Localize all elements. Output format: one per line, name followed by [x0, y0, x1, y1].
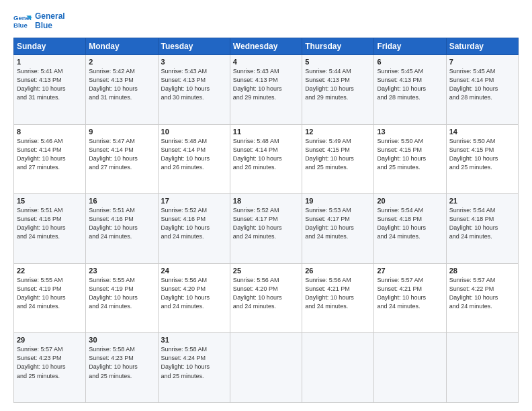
day-header-sunday: Sunday	[14, 38, 86, 55]
day-number: 28	[449, 267, 515, 275]
calendar-week-row: 15Sunrise: 5:51 AM Sunset: 4:16 PM Dayli…	[14, 194, 519, 264]
day-header-thursday: Thursday	[302, 38, 374, 55]
calendar-day-cell: 13Sunrise: 5:50 AM Sunset: 4:15 PM Dayli…	[374, 124, 446, 194]
day-info: Sunrise: 5:43 AM Sunset: 4:13 PM Dayligh…	[161, 67, 227, 102]
calendar-day-cell: 14Sunrise: 5:50 AM Sunset: 4:15 PM Dayli…	[446, 124, 518, 194]
calendar-day-cell: 23Sunrise: 5:55 AM Sunset: 4:19 PM Dayli…	[86, 263, 158, 333]
day-number: 23	[89, 267, 154, 275]
calendar-day-cell: 31Sunrise: 5:58 AM Sunset: 4:24 PM Dayli…	[158, 333, 230, 403]
calendar-day-cell: 2Sunrise: 5:42 AM Sunset: 4:13 PM Daylig…	[86, 55, 158, 125]
day-number: 29	[17, 336, 83, 344]
calendar-empty-cell	[446, 333, 518, 403]
day-info: Sunrise: 5:54 AM Sunset: 4:18 PM Dayligh…	[377, 206, 443, 241]
day-info: Sunrise: 5:44 AM Sunset: 4:13 PM Dayligh…	[305, 67, 371, 102]
day-info: Sunrise: 5:57 AM Sunset: 4:23 PM Dayligh…	[17, 345, 83, 380]
day-number: 12	[305, 128, 371, 136]
logo-text: GeneralBlue	[35, 12, 65, 31]
calendar-day-cell: 10Sunrise: 5:48 AM Sunset: 4:14 PM Dayli…	[158, 124, 230, 194]
day-number: 1	[17, 58, 83, 66]
calendar-day-cell: 22Sunrise: 5:55 AM Sunset: 4:19 PM Dayli…	[14, 263, 86, 333]
day-number: 6	[377, 58, 443, 66]
day-number: 26	[305, 267, 371, 275]
day-info: Sunrise: 5:51 AM Sunset: 4:16 PM Dayligh…	[17, 206, 83, 241]
day-info: Sunrise: 5:50 AM Sunset: 4:15 PM Dayligh…	[449, 137, 515, 172]
day-info: Sunrise: 5:54 AM Sunset: 4:18 PM Dayligh…	[449, 206, 515, 241]
day-header-tuesday: Tuesday	[158, 38, 230, 55]
calendar-header-row: SundayMondayTuesdayWednesdayThursdayFrid…	[14, 38, 519, 55]
calendar-day-cell: 25Sunrise: 5:56 AM Sunset: 4:20 PM Dayli…	[230, 263, 302, 333]
calendar-day-cell: 5Sunrise: 5:44 AM Sunset: 4:13 PM Daylig…	[302, 55, 374, 125]
logo-icon: General Blue	[13, 12, 32, 31]
day-number: 30	[89, 336, 154, 344]
calendar-day-cell: 11Sunrise: 5:48 AM Sunset: 4:14 PM Dayli…	[230, 124, 302, 194]
calendar-day-cell: 15Sunrise: 5:51 AM Sunset: 4:16 PM Dayli…	[14, 194, 86, 264]
calendar: SundayMondayTuesdayWednesdayThursdayFrid…	[13, 38, 519, 403]
calendar-day-cell: 17Sunrise: 5:52 AM Sunset: 4:16 PM Dayli…	[158, 194, 230, 264]
day-info: Sunrise: 5:42 AM Sunset: 4:13 PM Dayligh…	[89, 67, 154, 102]
day-info: Sunrise: 5:49 AM Sunset: 4:15 PM Dayligh…	[305, 137, 371, 172]
calendar-day-cell: 6Sunrise: 5:45 AM Sunset: 4:13 PM Daylig…	[374, 55, 446, 125]
day-number: 13	[377, 128, 443, 136]
day-header-monday: Monday	[86, 38, 158, 55]
day-number: 25	[233, 267, 299, 275]
calendar-day-cell: 28Sunrise: 5:57 AM Sunset: 4:22 PM Dayli…	[446, 263, 518, 333]
logo: General Blue GeneralBlue	[13, 12, 65, 31]
day-info: Sunrise: 5:57 AM Sunset: 4:22 PM Dayligh…	[449, 276, 515, 311]
day-header-friday: Friday	[374, 38, 446, 55]
day-info: Sunrise: 5:47 AM Sunset: 4:14 PM Dayligh…	[89, 137, 154, 172]
day-info: Sunrise: 5:45 AM Sunset: 4:13 PM Dayligh…	[377, 67, 443, 102]
calendar-week-row: 22Sunrise: 5:55 AM Sunset: 4:19 PM Dayli…	[14, 263, 519, 333]
svg-text:Blue: Blue	[13, 21, 28, 29]
day-info: Sunrise: 5:48 AM Sunset: 4:14 PM Dayligh…	[233, 137, 299, 172]
day-number: 27	[377, 267, 443, 275]
calendar-empty-cell	[374, 333, 446, 403]
day-number: 19	[305, 197, 371, 205]
calendar-week-row: 1Sunrise: 5:41 AM Sunset: 4:13 PM Daylig…	[14, 55, 519, 125]
day-header-wednesday: Wednesday	[230, 38, 302, 55]
calendar-day-cell: 12Sunrise: 5:49 AM Sunset: 4:15 PM Dayli…	[302, 124, 374, 194]
day-info: Sunrise: 5:55 AM Sunset: 4:19 PM Dayligh…	[89, 276, 154, 311]
day-info: Sunrise: 5:56 AM Sunset: 4:20 PM Dayligh…	[161, 276, 227, 311]
day-info: Sunrise: 5:56 AM Sunset: 4:21 PM Dayligh…	[305, 276, 371, 311]
day-info: Sunrise: 5:41 AM Sunset: 4:13 PM Dayligh…	[17, 67, 83, 102]
day-info: Sunrise: 5:46 AM Sunset: 4:14 PM Dayligh…	[17, 137, 83, 172]
day-number: 18	[233, 197, 299, 205]
day-info: Sunrise: 5:45 AM Sunset: 4:14 PM Dayligh…	[449, 67, 515, 102]
day-number: 24	[161, 267, 227, 275]
day-info: Sunrise: 5:50 AM Sunset: 4:15 PM Dayligh…	[377, 137, 443, 172]
day-number: 3	[161, 58, 227, 66]
day-info: Sunrise: 5:52 AM Sunset: 4:16 PM Dayligh…	[161, 206, 227, 241]
calendar-day-cell: 4Sunrise: 5:43 AM Sunset: 4:13 PM Daylig…	[230, 55, 302, 125]
day-number: 14	[449, 128, 515, 136]
header: General Blue GeneralBlue	[13, 12, 519, 31]
day-number: 15	[17, 197, 83, 205]
day-info: Sunrise: 5:43 AM Sunset: 4:13 PM Dayligh…	[233, 67, 299, 102]
day-number: 4	[233, 58, 299, 66]
day-info: Sunrise: 5:53 AM Sunset: 4:17 PM Dayligh…	[305, 206, 371, 241]
day-info: Sunrise: 5:56 AM Sunset: 4:20 PM Dayligh…	[233, 276, 299, 311]
day-number: 11	[233, 128, 299, 136]
day-info: Sunrise: 5:58 AM Sunset: 4:24 PM Dayligh…	[161, 345, 227, 380]
calendar-day-cell: 8Sunrise: 5:46 AM Sunset: 4:14 PM Daylig…	[14, 124, 86, 194]
day-number: 7	[449, 58, 515, 66]
calendar-week-row: 8Sunrise: 5:46 AM Sunset: 4:14 PM Daylig…	[14, 124, 519, 194]
calendar-day-cell: 19Sunrise: 5:53 AM Sunset: 4:17 PM Dayli…	[302, 194, 374, 264]
day-number: 8	[17, 128, 83, 136]
day-info: Sunrise: 5:48 AM Sunset: 4:14 PM Dayligh…	[161, 137, 227, 172]
calendar-day-cell: 7Sunrise: 5:45 AM Sunset: 4:14 PM Daylig…	[446, 55, 518, 125]
day-number: 16	[89, 197, 154, 205]
day-number: 22	[17, 267, 83, 275]
calendar-day-cell: 9Sunrise: 5:47 AM Sunset: 4:14 PM Daylig…	[86, 124, 158, 194]
calendar-week-row: 29Sunrise: 5:57 AM Sunset: 4:23 PM Dayli…	[14, 333, 519, 403]
day-info: Sunrise: 5:51 AM Sunset: 4:16 PM Dayligh…	[89, 206, 154, 241]
calendar-day-cell: 27Sunrise: 5:57 AM Sunset: 4:21 PM Dayli…	[374, 263, 446, 333]
day-number: 31	[161, 336, 227, 344]
calendar-day-cell: 21Sunrise: 5:54 AM Sunset: 4:18 PM Dayli…	[446, 194, 518, 264]
day-header-saturday: Saturday	[446, 38, 518, 55]
calendar-day-cell: 29Sunrise: 5:57 AM Sunset: 4:23 PM Dayli…	[14, 333, 86, 403]
day-number: 20	[377, 197, 443, 205]
calendar-empty-cell	[230, 333, 302, 403]
day-number: 21	[449, 197, 515, 205]
calendar-empty-cell	[302, 333, 374, 403]
day-number: 2	[89, 58, 154, 66]
